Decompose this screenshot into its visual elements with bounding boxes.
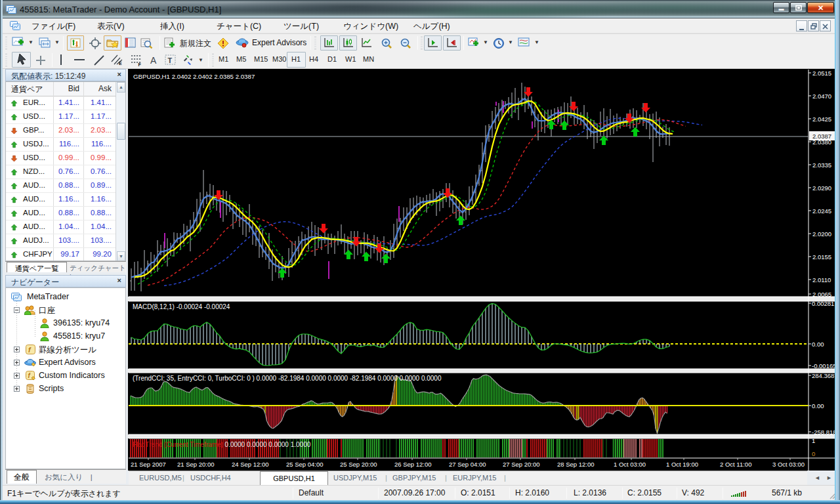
svg-text:25 Sep 20:00: 25 Sep 20:00 <box>340 461 377 468</box>
svg-text:25 Sep 04:00: 25 Sep 04:00 <box>286 461 324 468</box>
svg-text:0: 0 <box>812 450 815 457</box>
svg-text:3 Oct 03:00: 3 Oct 03:00 <box>772 461 805 468</box>
svg-text:-0.00165: -0.00165 <box>812 362 837 369</box>
svg-text:2.0335: 2.0335 <box>812 161 831 169</box>
svg-text:28 Sep 12:00: 28 Sep 12:00 <box>557 461 595 468</box>
svg-text:0.00281: 0.00281 <box>812 300 834 307</box>
svg-text:21 Sep 2007: 21 Sep 2007 <box>131 461 166 468</box>
svg-text:2.0245: 2.0245 <box>812 207 831 215</box>
svg-text:2.0110: 2.0110 <box>812 276 831 284</box>
svg-text:(TrendCCI: 35, EntryCCI: 0, Tu: (TrendCCI: 35, EntryCCI: 0, TurboCCI: 0 … <box>133 375 442 382</box>
svg-text:GBPUSD,H1 2.0402 2.0402 2.038: GBPUSD,H1 2.0402 2.0402 2.0385 2.0387 <box>133 73 255 80</box>
svg-text:2.0065: 2.0065 <box>812 291 831 298</box>
svg-text:2.0155: 2.0155 <box>812 253 831 261</box>
svg-text:2.0470: 2.0470 <box>812 93 831 100</box>
svg-text:T: T <box>168 56 173 64</box>
svg-text:24 Sep 12:00: 24 Sep 12:00 <box>232 461 269 468</box>
svg-text:2.0290: 2.0290 <box>812 184 831 192</box>
svg-text:2.0387: 2.0387 <box>812 133 831 140</box>
svg-text:2 Oct 11:00: 2 Oct 11:00 <box>720 461 751 468</box>
svg-text:1 Oct 19:00: 1 Oct 19:00 <box>666 461 698 468</box>
svg-text:Flat Trend (Current Timeframe): Flat Trend (Current Timeframe) 0.0000 0.… <box>133 441 311 448</box>
svg-text:2.0515: 2.0515 <box>812 70 831 77</box>
svg-text:MACD(8,12,1) -0.00024 -0.00024: MACD(8,12,1) -0.00024 -0.00024 <box>133 303 230 310</box>
svg-text:21 Sep 20:00: 21 Sep 20:00 <box>177 461 215 468</box>
svg-text:284.3687: 284.3687 <box>812 372 838 379</box>
svg-text:27 Sep 04:00: 27 Sep 04:00 <box>449 461 486 468</box>
svg-text:0.00: 0.00 <box>812 402 824 410</box>
svg-text:1: 1 <box>812 437 815 444</box>
svg-text:E: E <box>119 61 122 66</box>
svg-text:0.00: 0.00 <box>812 341 824 348</box>
svg-text:2.0425: 2.0425 <box>812 116 831 123</box>
svg-text:27 Sep 20:00: 27 Sep 20:00 <box>503 461 540 468</box>
svg-text:F: F <box>138 62 142 67</box>
svg-text:1 Oct 03:00: 1 Oct 03:00 <box>614 461 646 468</box>
svg-text:2.0200: 2.0200 <box>812 230 831 238</box>
svg-text:26 Sep 12:00: 26 Sep 12:00 <box>394 461 432 468</box>
